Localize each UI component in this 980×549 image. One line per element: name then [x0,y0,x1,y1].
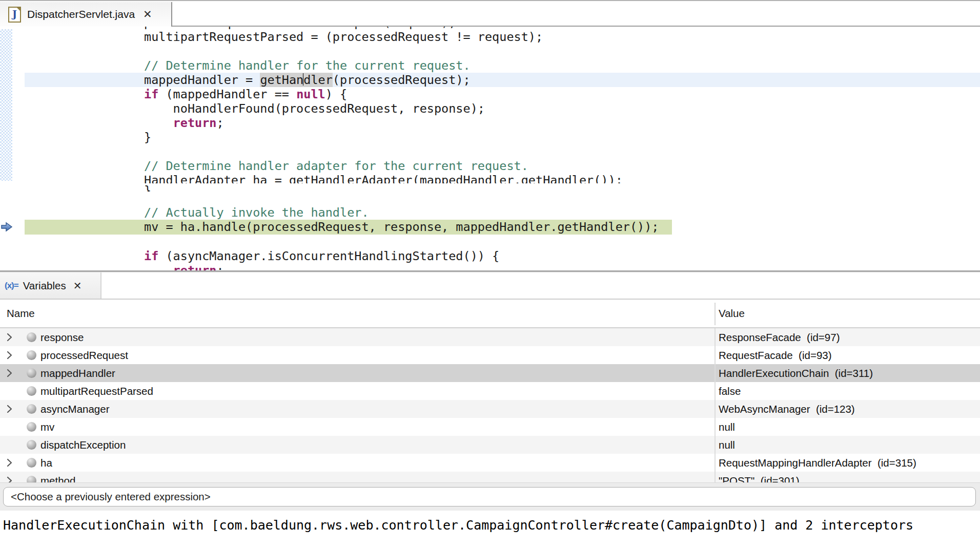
variables-column-header: Name Value [0,300,980,328]
local-variable-icon [27,350,36,360]
variable-row-processedRequest[interactable]: processedRequestRequestFacade (id=93) [0,346,980,364]
code-line: HandlerAdapter ha = getHandlerAdapter(ma… [144,173,623,183]
local-variable-icon [27,332,36,342]
range-indicator-hatch [0,29,12,181]
local-variable-icon [27,476,36,482]
editor-tab-dispatcherservlet[interactable]: J DispatcherServlet.java ✕ [0,2,171,27]
variable-row-dispatchException[interactable]: dispatchExceptionnull [0,436,980,454]
expression-input[interactable]: <Choose a previously entered expression> [3,487,976,506]
variable-value: WebAsyncManager (id=123) [719,400,855,418]
variable-value: null [719,436,735,454]
local-variable-icon [27,404,36,414]
variable-row-mv[interactable]: mvnull [0,418,980,436]
column-divider-line [714,328,716,482]
variable-detail-text: HandlerExecutionChain with [com.baeldung… [3,518,913,533]
variables-tree: responseResponseFacade (id=97)processedR… [0,328,980,482]
chevron-right-icon[interactable] [6,476,13,482]
instruction-pointer-arrow-icon [1,222,13,234]
variable-name: dispatchException [40,436,126,454]
variable-row-response[interactable]: responseResponseFacade (id=97) [0,328,980,346]
variable-row-asyncManager[interactable]: asyncManagerWebAsyncManager (id=123) [0,400,980,418]
code-editor[interactable]: processedRequest = checkMultipart(reques… [0,27,980,270]
variable-name: mappedHandler [40,364,115,382]
variables-tab-strip: (x)= Variables ✕ [0,272,980,300]
code-line: // Determine handler adapter for the cur… [144,159,528,173]
variable-value: false [719,382,741,400]
chevron-right-icon[interactable] [6,458,13,470]
variable-value: HandlerExecutionChain (id=311) [719,364,873,382]
code-line: mappedHandler = getHandler(processedRequ… [144,73,471,87]
variable-row-ha[interactable]: haRequestMappingHandlerAdapter (id=315) [0,454,980,472]
code-line: if (asyncManager.isConcurrentHandlingSta… [144,249,499,263]
local-variable-icon [27,368,36,378]
variable-row-method[interactable]: method"POST" (id=301) [0,472,980,482]
column-divider[interactable] [714,303,716,325]
editor-tab-bar: J DispatcherServlet.java ✕ [0,0,980,26]
local-variable-icon [27,440,36,450]
java-file-icon: J [8,7,21,23]
code-line: } [144,183,151,192]
chevron-right-icon[interactable] [6,332,13,344]
variable-name: response [40,328,84,346]
variables-tab-title: Variables [23,280,66,292]
expression-bar: <Choose a previously entered expression> [0,482,980,511]
variable-value: null [719,418,735,436]
tab-variables[interactable]: (x)= Variables ✕ [0,272,101,299]
close-icon[interactable]: ✕ [73,280,82,292]
eclipse-debug-window: J DispatcherServlet.java ✕ processedRequ… [0,0,980,549]
variable-value: RequestMappingHandlerAdapter (id=315) [719,454,916,472]
editor-tab-title: DispatcherServlet.java [27,8,135,20]
column-header-value: Value [719,300,745,327]
variable-row-multipartRequestParsed[interactable]: multipartRequestParsedfalse [0,382,980,400]
variable-value: ResponseFacade (id=97) [719,328,840,346]
code-line: return; [144,263,224,270]
code-line: return; [144,116,224,130]
chevron-right-icon[interactable] [6,404,13,416]
chevron-right-icon[interactable] [6,350,13,362]
code-line: if (mappedHandler == null) { [144,87,347,101]
code-line: // Actually invoke the handler. [144,205,369,220]
local-variable-icon [27,422,36,432]
variable-name: multipartRequestParsed [40,382,153,400]
variable-value: "POST" (id=301) [719,472,800,482]
variables-icon: (x)= [5,281,18,291]
variable-name: processedRequest [40,346,128,364]
local-variable-icon [27,458,36,468]
chevron-right-icon[interactable] [6,368,13,380]
code-line: // Determine handler for the current req… [144,58,471,73]
local-variable-icon [27,386,36,396]
variable-row-mappedHandler[interactable]: mappedHandlerHandlerExecutionChain (id=3… [0,364,980,382]
code-line: multipartRequestParsed = (processedReque… [144,30,543,44]
variable-name: asyncManager [40,400,109,418]
variable-name: ha [40,454,52,472]
variable-name: mv [40,418,54,436]
code-line: mv = ha.handle(processedRequest, respons… [144,220,659,234]
close-icon[interactable]: ✕ [143,8,152,20]
variable-detail-pane[interactable]: HandlerExecutionChain with [com.baeldung… [0,511,980,549]
tab-divider [171,2,172,27]
code-line: noHandlerFound(processedRequest, respons… [144,101,485,116]
variable-name: method [40,472,75,482]
variable-value: RequestFacade (id=93) [719,346,832,364]
column-header-name: Name [7,300,35,327]
code-line: } [144,130,151,144]
